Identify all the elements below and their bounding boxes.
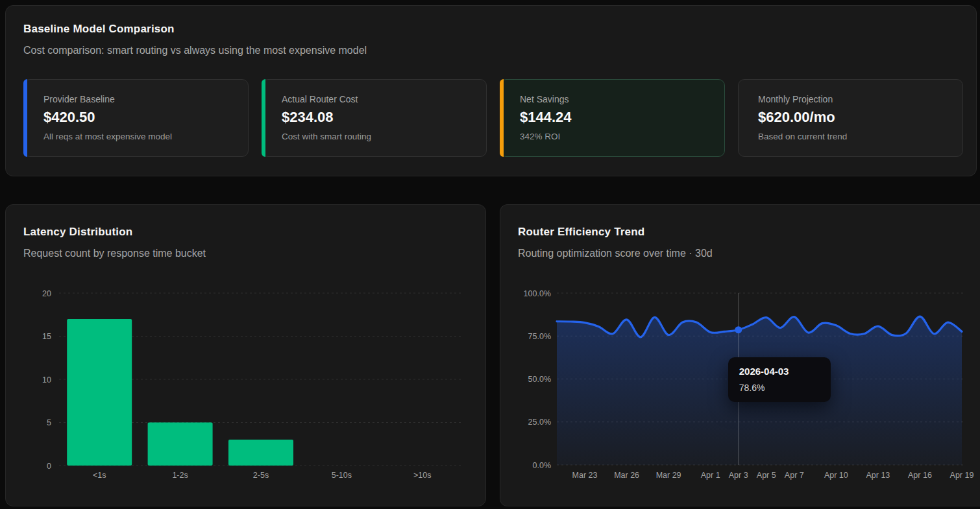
latency-distribution-panel: Latency Distribution Request count by re… [5, 204, 486, 506]
baseline-comparison-panel: Baseline Model Comparison Cost compariso… [5, 5, 977, 176]
router-efficiency-panel: Router Efficiency Trend Routing optimiza… [500, 204, 980, 506]
svg-text:15: 15 [42, 332, 51, 341]
stat-card-actual-router-cost: Actual Router Cost $234.08 Cost with sma… [262, 79, 487, 157]
svg-text:2-5s: 2-5s [253, 471, 269, 480]
stat-subtext: Cost with smart routing [282, 132, 474, 141]
latency-panel-title: Latency Distribution [23, 226, 485, 239]
svg-text:Apr 16: Apr 16 [908, 471, 932, 480]
efficiency-panel-title: Router Efficiency Trend [518, 226, 980, 239]
svg-text:10: 10 [42, 375, 51, 385]
svg-text:>10s: >10s [413, 471, 431, 480]
svg-text:0: 0 [47, 462, 51, 471]
svg-text:Apr 3: Apr 3 [729, 471, 748, 480]
svg-text:50.0%: 50.0% [528, 375, 551, 384]
stat-subtext: 342% ROI [520, 132, 713, 141]
stat-card-provider-baseline: Provider Baseline $420.50 All reqs at mo… [23, 79, 249, 157]
stat-value: $234.08 [282, 109, 474, 126]
stat-subtext: All reqs at most expensive model [43, 132, 236, 141]
stat-label: Provider Baseline [43, 94, 236, 104]
card-accent-bar [500, 79, 504, 157]
card-accent-bar [23, 79, 27, 157]
stat-card-net-savings: Net Savings $144.24 342% ROI [500, 79, 725, 157]
svg-text:Apr 7: Apr 7 [785, 471, 804, 480]
svg-text:20: 20 [42, 289, 51, 298]
stat-value: $620.00/mo [758, 109, 951, 126]
svg-text:100.0%: 100.0% [524, 289, 551, 298]
stat-label: Monthly Projection [758, 94, 951, 104]
dashboard-page: Baseline Model Comparison Cost compariso… [0, 0, 980, 509]
svg-text:<1s: <1s [93, 471, 106, 480]
svg-text:Mar 26: Mar 26 [614, 471, 639, 480]
svg-text:Apr 5: Apr 5 [757, 471, 776, 480]
stat-label: Net Savings [520, 94, 713, 104]
stat-subtext: Based on current trend [758, 132, 951, 141]
svg-text:Apr 13: Apr 13 [866, 471, 890, 480]
baseline-panel-title: Baseline Model Comparison [23, 23, 976, 36]
efficiency-panel-subtitle: Routing optimization score over time · 3… [518, 248, 980, 259]
svg-text:Mar 23: Mar 23 [572, 471, 598, 480]
svg-text:Mar 29: Mar 29 [656, 471, 681, 480]
efficiency-line-chart[interactable]: 0.0%25.0%50.0%75.0%100.0%Mar 23Mar 26Mar… [500, 283, 980, 497]
stat-value: $420.50 [43, 109, 236, 126]
svg-text:5-10s: 5-10s [332, 471, 352, 480]
svg-text:1-2s: 1-2s [172, 471, 188, 480]
latency-bar-chart[interactable]: 05101520<1s1-2s2-5s5-10s>10s [6, 283, 487, 497]
svg-text:25.0%: 25.0% [528, 418, 551, 427]
svg-text:5: 5 [47, 418, 51, 427]
svg-text:Apr 10: Apr 10 [824, 471, 848, 480]
card-accent-bar [262, 79, 265, 157]
stat-value: $144.24 [520, 109, 713, 126]
latency-panel-subtitle: Request count by response time bucket [23, 248, 485, 259]
baseline-panel-subtitle: Cost comparison: smart routing vs always… [23, 45, 976, 56]
svg-text:0.0%: 0.0% [533, 461, 552, 470]
latency-chart-area: 05101520<1s1-2s2-5s5-10s>10s [6, 283, 489, 503]
stat-cards-row: Provider Baseline $420.50 All reqs at mo… [23, 79, 963, 157]
svg-text:75.0%: 75.0% [528, 332, 551, 341]
svg-text:Apr 19: Apr 19 [950, 471, 974, 480]
stat-card-monthly-projection: Monthly Projection $620.00/mo Based on c… [738, 79, 963, 157]
svg-text:Apr 1: Apr 1 [701, 471, 720, 480]
efficiency-chart-area: 0.0%25.0%50.0%75.0%100.0%Mar 23Mar 26Mar… [500, 283, 980, 503]
stat-label: Actual Router Cost [282, 94, 474, 104]
